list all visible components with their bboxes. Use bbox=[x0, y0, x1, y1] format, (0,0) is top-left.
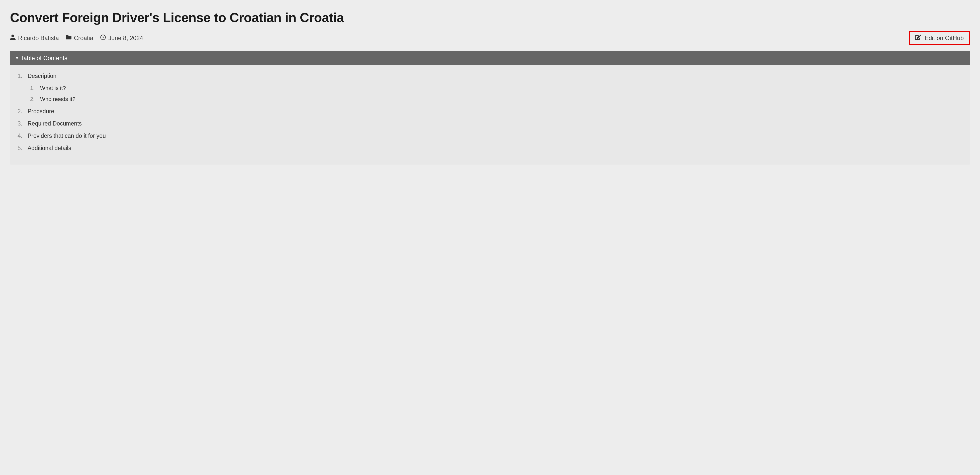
edit-icon bbox=[915, 34, 921, 42]
toc-item: Description What is it? Who needs it? bbox=[18, 73, 963, 102]
clock-icon bbox=[100, 35, 106, 41]
toc-list: Description What is it? Who needs it? Pr… bbox=[18, 73, 963, 152]
toc-body: Description What is it? Who needs it? Pr… bbox=[10, 65, 970, 165]
toc-item: Providers that can do it for you bbox=[18, 132, 963, 139]
date-label: June 8, 2024 bbox=[108, 35, 143, 41]
toc-sublist: What is it? Who needs it? bbox=[30, 85, 963, 102]
folder-icon bbox=[66, 35, 72, 41]
toc-link-providers[interactable]: Providers that can do it for you bbox=[27, 132, 106, 139]
page-title: Convert Foreign Driver's License to Croa… bbox=[10, 10, 970, 25]
meta-category[interactable]: Croatia bbox=[66, 35, 93, 41]
toc-item: Required Documents bbox=[18, 120, 963, 127]
edit-on-github-link[interactable]: Edit on GitHub bbox=[909, 31, 970, 45]
toc-subitem: Who needs it? bbox=[30, 96, 963, 102]
toc-header[interactable]: ▼ Table of Contents bbox=[10, 51, 970, 65]
toc-item: Additional details bbox=[18, 145, 963, 152]
meta-left: Ricardo Batista Croatia June 8, 2024 bbox=[10, 35, 143, 41]
author-label: Ricardo Batista bbox=[18, 35, 59, 41]
meta-row: Ricardo Batista Croatia June 8, 2024 Edi… bbox=[10, 31, 970, 45]
edit-label: Edit on GitHub bbox=[924, 35, 964, 41]
toc-title: Table of Contents bbox=[21, 55, 67, 62]
toc-link-who-needs-it[interactable]: Who needs it? bbox=[40, 96, 75, 102]
toc-link-additional-details[interactable]: Additional details bbox=[27, 145, 71, 151]
toc-link-required-documents[interactable]: Required Documents bbox=[27, 120, 82, 127]
category-label: Croatia bbox=[74, 35, 93, 41]
toc-container: ▼ Table of Contents Description What is … bbox=[10, 51, 970, 165]
toc-link-procedure[interactable]: Procedure bbox=[27, 108, 54, 114]
user-icon bbox=[10, 35, 16, 41]
triangle-down-icon: ▼ bbox=[15, 56, 19, 60]
meta-date: June 8, 2024 bbox=[100, 35, 143, 41]
toc-item: Procedure bbox=[18, 108, 963, 115]
toc-link-what-is-it[interactable]: What is it? bbox=[40, 85, 66, 91]
toc-link-description[interactable]: Description bbox=[27, 73, 56, 79]
meta-author[interactable]: Ricardo Batista bbox=[10, 35, 59, 41]
toc-subitem: What is it? bbox=[30, 85, 963, 91]
